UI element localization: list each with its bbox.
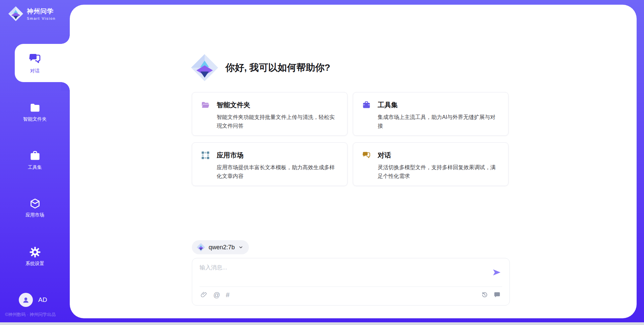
grid-icon [201,151,210,160]
composer-divider [200,286,502,287]
card-toolset[interactable]: 工具集 集成市场上主流工具，助力AI与外界无缝扩展与对接 [353,92,508,136]
logo-subtitle: Smart Vision [27,16,56,20]
message-composer: @ # [192,258,510,306]
chat-bubbles-icon [28,52,42,66]
sidebar-item-label: 工具集 [28,165,42,171]
model-selector[interactable]: qwen2:7b [192,240,249,254]
folder-icon [29,102,41,114]
sidebar-item-label: 应用市场 [25,212,44,218]
card-title: 对话 [378,151,391,160]
cube-icon [29,198,41,209]
sidebar-item-settings[interactable]: 系统设置 [0,246,70,267]
card-chat[interactable]: 对话 灵活切换多模型文件，支持多样回复效果调试，满足个性化需求 [353,142,508,186]
card-app-market[interactable]: 应用市场 应用市场提供丰富长文本模板，助力高效生成多样化文章内容 [192,142,347,186]
greeting-text: 你好, 我可以如何帮助你? [225,61,330,74]
app-logo: 神州问学 Smart Vision [8,6,56,21]
sidebar-item-chat[interactable]: 对话 [15,44,70,82]
user-profile[interactable]: AD [19,293,47,307]
card-title: 应用市场 [217,151,244,160]
send-button[interactable] [492,268,501,277]
message-input[interactable] [200,264,481,283]
gear-icon [29,246,41,258]
feature-cards: 智能文件夹 智能文件夹功能支持批量文件上传与清洗，轻松实现文件问答 工具集 集成… [192,92,508,186]
user-label: AD [38,296,47,304]
folder-open-icon [201,101,210,110]
card-description: 应用市场提供丰富长文本模板，助力高效生成多样化文章内容 [217,163,338,180]
diamond-logo-icon [191,54,219,82]
sidebar-item-label: 系统设置 [25,261,44,267]
diamond-logo-icon [197,243,205,252]
logo-title: 神州问学 [27,7,56,16]
hashtag-icon[interactable]: # [226,291,229,299]
diamond-logo-icon [8,6,23,21]
comment-icon[interactable] [493,291,501,299]
composer-tools-left: @ # [200,291,229,299]
sidebar-item-app-market[interactable]: 应用市场 [0,198,70,218]
sidebar-item-label: 对话 [30,68,40,74]
card-smart-folder[interactable]: 智能文件夹 智能文件夹功能支持批量文件上传与清洗，轻松实现文件问答 [192,92,347,136]
sidebar-item-toolset[interactable]: 工具集 [0,150,70,171]
avatar [19,293,33,307]
greeting: 你好, 我可以如何帮助你? [191,54,330,82]
model-name: qwen2:7b [209,244,235,251]
card-description: 灵活切换多模型文件，支持多样回复效果调试，满足个性化需求 [378,163,499,180]
card-description: 集成市场上主流工具，助力AI与外界无缝扩展与对接 [378,113,499,130]
window-bottom-edge [0,322,644,325]
sidebar-item-smart-folder[interactable]: 智能文件夹 [0,102,70,122]
card-title: 工具集 [378,101,398,110]
send-icon [492,268,501,277]
chevron-down-icon [238,245,244,250]
sidebar: 神州问学 Smart Vision 对话 智能文件夹 工具集 [0,0,70,325]
mention-icon[interactable]: @ [213,291,220,299]
paperclip-icon[interactable] [200,291,208,299]
card-description: 智能文件夹功能支持批量文件上传与清洗，轻松实现文件问答 [217,113,338,130]
logo-text: 神州问学 Smart Vision [27,7,56,20]
sidebar-item-label: 智能文件夹 [23,116,47,122]
composer-tools-right [481,291,501,299]
toolbox-icon [362,101,371,110]
card-title: 智能文件夹 [217,101,250,110]
main-panel: 你好, 我可以如何帮助你? 智能文件夹 智能文件夹功能支持批量文件上传与清洗，轻… [70,5,637,318]
toolbox-icon [29,150,41,162]
app-window: 神州问学 Smart Vision 对话 智能文件夹 工具集 [0,0,644,325]
history-icon[interactable] [481,291,488,299]
copyright-footer: ©神州数码 · 神州问学出品 [5,312,56,318]
person-icon [22,296,30,304]
chat-bubbles-icon [362,151,371,160]
